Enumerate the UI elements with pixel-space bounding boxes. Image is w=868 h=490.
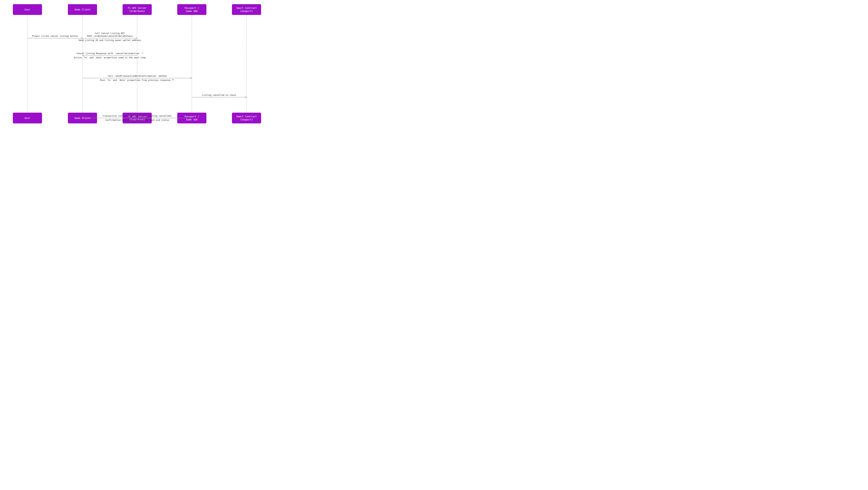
- message-0-above-0: Player clicks cancel listing button: [32, 35, 78, 37]
- message-2: Cancel Listing Response with `cancellati…: [74, 52, 146, 59]
- message-3: Call `sendTransactionWithConfirmation` m…: [83, 74, 192, 82]
- message-5-above-0: Transaction confirmation returned (listi…: [102, 115, 172, 117]
- message-5: Transaction confirmation returned (listi…: [83, 115, 192, 121]
- message-0: Player clicks cancel listing button: [27, 35, 83, 39]
- svg-text:Smart Contract: Smart Contract: [236, 115, 257, 118]
- actor-passport-top: Passport /Game SDK: [177, 4, 207, 15]
- svg-text:User: User: [25, 8, 30, 11]
- message-1: Call Cancel Listing APIPOST /orderbook/c…: [79, 32, 141, 41]
- svg-text:Game SDK: Game SDK: [186, 118, 198, 121]
- svg-text:TS API Server: TS API Server: [128, 7, 147, 9]
- actor-tsapi-top: TS API Server(Orderbook): [123, 4, 152, 15]
- actor-user-top: User: [13, 4, 42, 15]
- message-4-above-0: Listing cancelled on chain: [202, 94, 236, 96]
- message-2-above-0: Cancel Listing Response with `cancellati…: [76, 52, 143, 55]
- message-4: Listing cancelled on chain: [192, 94, 247, 98]
- message-5-below-0: Confirmation contains transaction hash a…: [105, 119, 169, 121]
- actor-contract-bottom: Smart Contract(Seaport): [232, 113, 261, 123]
- svg-text:Game SDK: Game SDK: [186, 10, 198, 12]
- svg-rect-4: [123, 4, 152, 15]
- message-2-below-0: Action `to` and `data` properties used i…: [74, 56, 146, 59]
- svg-text:(Seaport): (Seaport): [240, 10, 253, 12]
- sequence-diagram: UserGame ClientTS API Server(Orderbook)P…: [0, 0, 272, 135]
- svg-rect-23: [232, 113, 261, 123]
- message-1-below-0: Send Listing ID and listing owner wallet…: [79, 39, 141, 41]
- svg-rect-10: [232, 4, 261, 15]
- message-3-below-0: Pass `to` and `data` properties from pre…: [100, 79, 175, 82]
- actor-gameclient-top: Game Client: [68, 4, 97, 15]
- svg-text:Game Client: Game Client: [74, 8, 91, 11]
- svg-text:Passport /: Passport /: [185, 115, 199, 118]
- svg-text:Smart Contract: Smart Contract: [236, 7, 257, 9]
- svg-text:User: User: [25, 117, 30, 119]
- message-1-above-1: POST /orderbook/cancelOrdersOnChain: [87, 35, 133, 37]
- svg-text:Passport /: Passport /: [185, 7, 199, 9]
- actor-user-bottom: User: [13, 113, 42, 123]
- svg-text:(Seaport): (Seaport): [240, 118, 253, 121]
- message-1-above-0: Call Cancel Listing API: [95, 32, 125, 34]
- message-3-above-0: Call `sendTransactionWithConfirmation` m…: [108, 74, 167, 77]
- svg-text:(Orderbook): (Orderbook): [129, 10, 145, 12]
- actor-contract-top: Smart Contract(Seaport): [232, 4, 261, 15]
- svg-rect-7: [177, 4, 207, 15]
